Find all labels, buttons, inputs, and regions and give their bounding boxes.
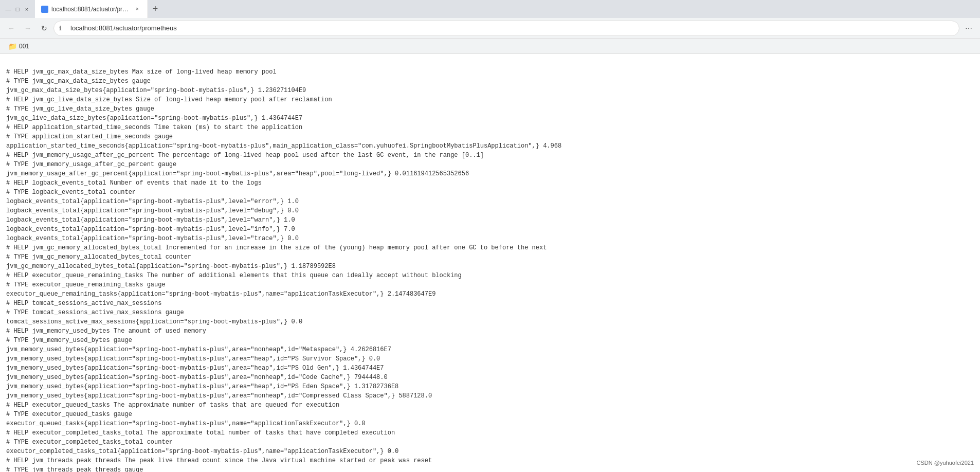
new-tab-button[interactable]: + bbox=[148, 0, 162, 18]
forward-icon: → bbox=[24, 24, 31, 32]
address-bar[interactable]: ℹ localhost:8081/actuator/prometheus bbox=[53, 21, 959, 36]
prometheus-metrics-text: # HELP jvm_gc_max_data_size_bytes Max si… bbox=[6, 68, 728, 472]
window-controls: — □ × bbox=[4, 5, 31, 13]
tab-favicon bbox=[41, 6, 48, 13]
extensions-button[interactable]: ⋯ bbox=[961, 21, 976, 35]
minimize-button[interactable]: — bbox=[4, 5, 12, 13]
nav-bar: ← → ↻ ℹ localhost:8081/actuator/promethe… bbox=[0, 18, 980, 39]
tab-bar: localhost:8081/actuator/promet... × + bbox=[35, 0, 162, 18]
address-text: localhost:8081/actuator/prometheus bbox=[70, 24, 953, 32]
nav-actions: ⋯ bbox=[961, 21, 976, 35]
tab-title: localhost:8081/actuator/promet... bbox=[51, 6, 130, 13]
bookmark-label: 001 bbox=[19, 43, 29, 50]
tab-close-button[interactable]: × bbox=[133, 5, 141, 13]
back-button[interactable]: ← bbox=[4, 21, 19, 35]
back-icon: ← bbox=[8, 24, 15, 32]
reload-button[interactable]: ↻ bbox=[37, 21, 51, 35]
active-tab[interactable]: localhost:8081/actuator/promet... × bbox=[35, 0, 148, 18]
watermark: CSDN @yuhuofei2021 bbox=[917, 460, 974, 466]
content-area[interactable]: # HELP jvm_gc_max_data_size_bytes Max si… bbox=[0, 54, 980, 472]
bookmarks-bar: 📁 001 bbox=[0, 39, 980, 54]
watermark-text: CSDN @yuhuofei2021 bbox=[917, 460, 974, 466]
folder-icon: 📁 bbox=[8, 42, 17, 50]
forward-button[interactable]: → bbox=[21, 21, 35, 35]
maximize-button[interactable]: □ bbox=[13, 5, 22, 13]
title-bar: — □ × localhost:8081/actuator/promet... … bbox=[0, 0, 980, 18]
bookmark-001[interactable]: 📁 001 bbox=[4, 41, 33, 51]
reload-icon: ↻ bbox=[41, 24, 47, 32]
address-info-icon: ℹ bbox=[59, 25, 62, 32]
close-button[interactable]: × bbox=[23, 5, 31, 13]
